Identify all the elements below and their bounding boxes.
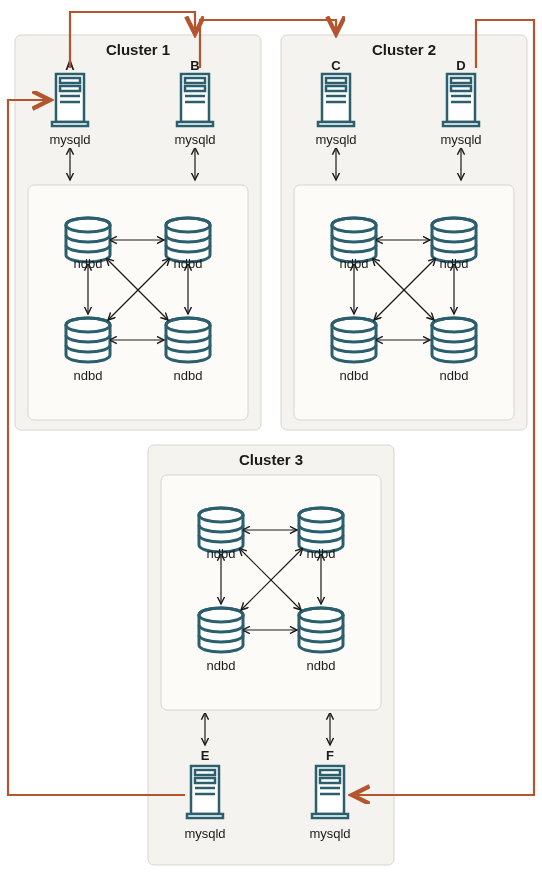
node-b-caption: mysqld	[174, 132, 215, 147]
ndbd-label: ndbd	[174, 368, 203, 383]
node-a-caption: mysqld	[49, 132, 90, 147]
cluster-2: Cluster 2 C D mysqld mysqld ndbd ndbd nd…	[281, 35, 527, 430]
node-e-label: E	[201, 748, 210, 763]
server-icon	[52, 74, 88, 126]
ndbd-label: ndbd	[307, 658, 336, 673]
node-e-caption: mysqld	[184, 826, 225, 841]
ndbd-label: ndbd	[440, 368, 469, 383]
ndbd-label: ndbd	[207, 658, 236, 673]
node-d-caption: mysqld	[440, 132, 481, 147]
ndbd-label: ndbd	[340, 256, 369, 271]
cluster-3: Cluster 3 ndbd ndbd ndbd ndbd E F mysqld…	[148, 445, 394, 865]
server-icon	[177, 74, 213, 126]
node-c-caption: mysqld	[315, 132, 356, 147]
ndbd-label: ndbd	[74, 368, 103, 383]
cluster-2-title: Cluster 2	[372, 41, 436, 58]
ndbd-label: ndbd	[207, 546, 236, 561]
cluster-1: Cluster 1 A B mysqld mysqld ndbd ndbd nd…	[15, 35, 261, 430]
ndbd-label: ndbd	[174, 256, 203, 271]
ndbd-label: ndbd	[307, 546, 336, 561]
node-d-label: D	[456, 58, 465, 73]
svg-rect-23	[161, 475, 381, 710]
database-icon	[66, 218, 210, 362]
server-icon	[443, 74, 479, 126]
node-c-label: C	[331, 58, 341, 73]
ndbd-label: ndbd	[74, 256, 103, 271]
database-icon	[199, 508, 343, 652]
server-icon	[312, 766, 348, 818]
ndbd-label: ndbd	[440, 256, 469, 271]
cluster-1-title: Cluster 1	[106, 41, 170, 58]
node-f-label: F	[326, 748, 334, 763]
node-b-label: B	[190, 58, 199, 73]
node-f-caption: mysqld	[309, 826, 350, 841]
database-icon	[332, 218, 476, 362]
ndbd-label: ndbd	[340, 368, 369, 383]
svg-rect-17	[28, 185, 248, 420]
svg-rect-21	[294, 185, 514, 420]
replication-diagram: Cluster 1 A B mysqld mysqld ndbd ndbd nd…	[0, 0, 542, 877]
cluster-3-title: Cluster 3	[239, 451, 303, 468]
server-icon	[318, 74, 354, 126]
server-icon	[187, 766, 223, 818]
